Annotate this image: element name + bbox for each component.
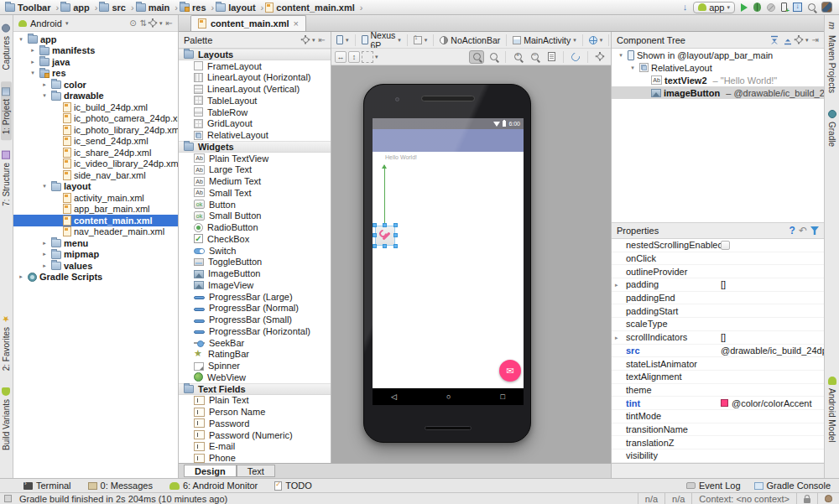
device-selector[interactable]: Nexus 6P▾	[360, 32, 403, 49]
project-tree-row[interactable]: ▾ app	[13, 34, 178, 45]
palette-item[interactable]: ProgressBar (Small)	[179, 314, 331, 325]
property-row[interactable]: outlineProvider	[612, 265, 824, 278]
editor-mode-tab[interactable]: Text	[237, 465, 275, 477]
tool-window-button[interactable]: Terminal	[23, 481, 71, 491]
palette-item[interactable]: LinearLayout (Vertical)	[179, 83, 331, 95]
expand-arrow[interactable]: ▾	[40, 183, 49, 190]
avd-manager-button[interactable]	[781, 3, 787, 12]
hide-panel-icon[interactable]: ⇥	[812, 36, 819, 44]
match-width-button[interactable]: ↔	[335, 51, 347, 63]
tool-window-button[interactable]: TODO	[274, 481, 312, 491]
palette-item[interactable]: WebView	[179, 372, 331, 383]
palette-item[interactable]: Switch	[179, 245, 331, 257]
expand-arrow[interactable]: ▾	[29, 70, 37, 76]
tool-window-button[interactable]: 0: Messages	[88, 481, 153, 491]
tool-window-button[interactable]: Event Log	[686, 481, 741, 491]
property-value[interactable]	[721, 241, 824, 250]
palette-item[interactable]: FrameLayout	[179, 60, 331, 72]
palette-item[interactable]: RelativeLayout	[179, 129, 331, 141]
tool-window-button[interactable]: Gradle Console	[754, 481, 831, 491]
project-tree-row[interactable]: ▾ layout	[13, 181, 178, 193]
locale-selector[interactable]: ▾	[587, 36, 605, 44]
palette-item[interactable]: Layouts	[179, 49, 331, 60]
tool-window-tab[interactable]: Build Variants	[1, 382, 12, 456]
project-tree-row[interactable]: ▸ java	[13, 56, 178, 68]
tool-window-tab[interactable]: Android Model	[826, 371, 837, 448]
design-canvas[interactable]: 6:00 Hello World! ✉ ◁	[331, 65, 611, 463]
expand-arrow[interactable]: ▸	[40, 81, 49, 88]
property-row[interactable]: paddingEnd	[612, 292, 824, 305]
palette-item[interactable]: Phone	[179, 452, 331, 463]
property-row[interactable]: paddingStart	[612, 304, 824, 318]
tool-window-tab[interactable]: 2: Favorites	[1, 309, 12, 377]
palette-item[interactable]: ProgressBar (Horizontal)	[179, 325, 331, 337]
palette-item[interactable]: ProgressBar (Large)	[179, 291, 331, 303]
surface-selector[interactable]: ▾	[335, 35, 351, 44]
jump-to-source-icon[interactable]: ⇤	[319, 36, 326, 44]
palette-item[interactable]: E-mail	[179, 441, 331, 453]
palette-item[interactable]: Spinner	[179, 360, 331, 372]
gear-icon[interactable]	[150, 20, 156, 26]
breadcrumb-item[interactable]: res ›	[180, 3, 214, 13]
avatar[interactable]	[821, 2, 832, 13]
property-row[interactable]: scaleType	[612, 318, 824, 331]
sort-icon[interactable]: ↓	[683, 3, 688, 12]
project-tree-row[interactable]: app_bar_main.xml	[13, 204, 178, 216]
palette-item[interactable]: RatingBar	[179, 349, 331, 361]
project-tree-row[interactable]: ▸ manifests	[13, 45, 178, 57]
palette-item[interactable]: Widgets	[179, 141, 331, 153]
property-row[interactable]: tint @color/colorAccent	[612, 397, 824, 410]
palette-item[interactable]: Plain Text	[179, 395, 331, 407]
chevron-down-icon[interactable]: ▾	[159, 20, 163, 27]
breadcrumb-item[interactable]: main ›	[136, 3, 178, 13]
zoom-fit-button[interactable]	[469, 50, 484, 64]
inspections-cell[interactable]	[817, 493, 839, 504]
property-value[interactable]: @color/colorAccent	[721, 398, 824, 408]
property-value[interactable]: []	[721, 332, 824, 342]
project-tree-row[interactable]: ic_share_24dp.xml	[13, 147, 178, 158]
expand-arrow[interactable]: ▸	[615, 282, 618, 288]
expand-arrow[interactable]: ▾	[17, 36, 25, 43]
palette-item[interactable]: Medium Text	[179, 175, 331, 187]
palette-item[interactable]: RadioButton	[179, 221, 331, 233]
project-tree-row[interactable]: nav_header_main.xml	[13, 226, 178, 238]
project-tree-row[interactable]: ▸ menu	[13, 237, 178, 249]
palette-item[interactable]: Password (Numeric)	[179, 429, 331, 441]
palette-item[interactable]: Button	[179, 199, 331, 210]
theme-selector[interactable]: NoActionBar	[438, 35, 502, 45]
project-tree-row[interactable]: ic_send_24dp.xml	[13, 136, 178, 148]
project-tree-row[interactable]: ▾ drawable	[13, 91, 178, 102]
sdk-manager-button[interactable]	[793, 3, 802, 12]
project-tree-row[interactable]: ▸ color	[13, 79, 178, 91]
breadcrumb-item[interactable]: src ›	[99, 3, 133, 13]
palette-item[interactable]: Large Text	[179, 164, 331, 176]
expand-arrow[interactable]: ▸	[40, 240, 49, 247]
palette-item[interactable]: ProgressBar (Normal)	[179, 303, 331, 314]
project-tree-row[interactable]: ▸ mipmap	[13, 249, 178, 261]
tool-window-tab[interactable]: Maven Projects	[826, 18, 837, 99]
tool-window-tab[interactable]: Captures	[1, 18, 12, 76]
tool-window-button[interactable]: 6: Android Monitor	[169, 481, 258, 491]
expand-arrow[interactable]: ▸	[615, 335, 618, 341]
component-tree-row[interactable]: imageButton – @drawable/ic_build_24dp	[612, 86, 824, 99]
preview-textview[interactable]: Hello World!	[385, 154, 417, 160]
zoom-in-button[interactable]: +	[510, 50, 525, 64]
property-row[interactable]: theme	[612, 384, 824, 397]
project-tree-row[interactable]: activity_main.xml	[13, 192, 178, 204]
preview-imagebutton[interactable]	[375, 226, 395, 246]
palette-item[interactable]: Small Button	[179, 210, 331, 222]
gear-icon[interactable]	[303, 37, 309, 43]
property-value[interactable]: []	[721, 279, 824, 289]
chevron-down-icon[interactable]: ▾	[805, 37, 809, 44]
palette-item[interactable]: ToggleButton	[179, 257, 331, 268]
zoom-actual-button[interactable]	[486, 50, 501, 64]
palette-item[interactable]: GridLayout	[179, 118, 331, 130]
breadcrumb-item[interactable]: app ›	[60, 3, 97, 13]
expand-arrow[interactable]: ▾	[617, 52, 625, 59]
close-icon[interactable]: ×	[294, 19, 299, 29]
palette-item[interactable]: Password	[179, 418, 331, 429]
settings-gear-icon[interactable]	[592, 50, 607, 64]
reset-icon[interactable]: ↶	[799, 225, 807, 236]
expand-arrow[interactable]: ▸	[17, 273, 25, 280]
project-tree-row[interactable]: ▸ Gradle Scripts	[13, 272, 178, 283]
